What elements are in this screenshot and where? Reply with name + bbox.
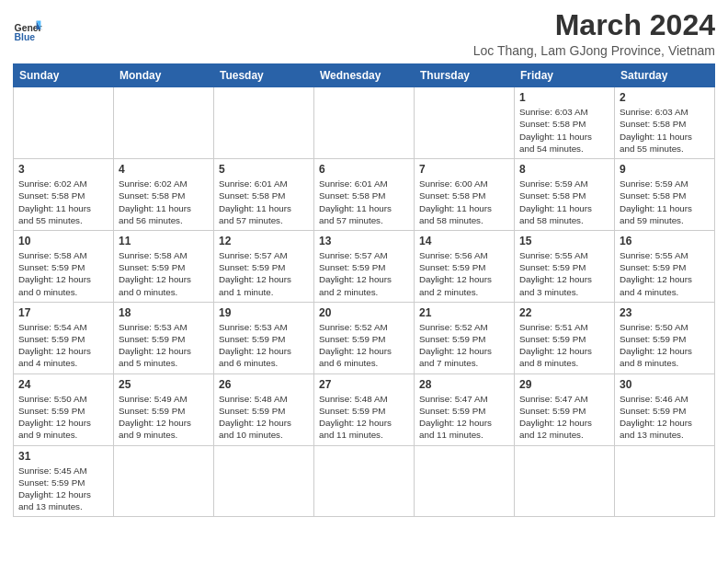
day-info: Sunrise: 5:59 AM Sunset: 5:58 PM Dayligh… — [620, 178, 710, 226]
calendar-cell: 15Sunrise: 5:55 AM Sunset: 5:59 PM Dayli… — [515, 230, 615, 302]
day-info: Sunrise: 6:03 AM Sunset: 5:58 PM Dayligh… — [519, 106, 609, 155]
day-info: Sunrise: 5:52 AM Sunset: 5:59 PM Dayligh… — [319, 321, 409, 370]
calendar-cell: 31Sunrise: 5:45 AM Sunset: 5:59 PM Dayli… — [14, 445, 114, 517]
calendar-page: General Blue March 2024 Loc Thang, Lam G… — [0, 0, 728, 530]
calendar-cell: 2Sunrise: 6:03 AM Sunset: 5:58 PM Daylig… — [615, 87, 715, 159]
calendar-cell: 19Sunrise: 5:53 AM Sunset: 5:59 PM Dayli… — [214, 302, 314, 373]
calendar-cell: 24Sunrise: 5:50 AM Sunset: 5:59 PM Dayli… — [14, 373, 114, 445]
day-number: 6 — [319, 163, 409, 176]
day-number: 11 — [119, 235, 209, 247]
day-info: Sunrise: 6:01 AM Sunset: 5:58 PM Dayligh… — [219, 178, 309, 226]
weekday-monday: Monday — [114, 64, 214, 87]
day-number: 23 — [620, 306, 710, 319]
calendar-cell — [314, 87, 415, 159]
day-info: Sunrise: 5:46 AM Sunset: 5:59 PM Dayligh… — [620, 393, 710, 442]
day-info: Sunrise: 5:56 AM Sunset: 5:59 PM Dayligh… — [419, 249, 509, 298]
day-info: Sunrise: 5:53 AM Sunset: 5:59 PM Dayligh… — [219, 321, 309, 370]
header: General Blue March 2024 Loc Thang, Lam G… — [13, 9, 715, 58]
calendar-cell: 5Sunrise: 6:01 AM Sunset: 5:58 PM Daylig… — [214, 159, 314, 231]
day-info: Sunrise: 5:50 AM Sunset: 5:59 PM Dayligh… — [620, 321, 710, 370]
day-info: Sunrise: 5:50 AM Sunset: 5:59 PM Dayligh… — [18, 393, 108, 442]
day-number: 2 — [620, 91, 710, 104]
day-info: Sunrise: 5:57 AM Sunset: 5:59 PM Dayligh… — [219, 249, 309, 298]
day-number: 31 — [18, 450, 108, 463]
calendar-cell — [415, 445, 515, 517]
day-number: 27 — [319, 378, 409, 391]
calendar-cell: 9Sunrise: 5:59 AM Sunset: 5:58 PM Daylig… — [615, 159, 715, 231]
calendar-cell: 29Sunrise: 5:47 AM Sunset: 5:59 PM Dayli… — [515, 373, 615, 445]
calendar-cell — [314, 445, 415, 517]
svg-text:Blue: Blue — [15, 32, 36, 42]
day-info: Sunrise: 5:45 AM Sunset: 5:59 PM Dayligh… — [18, 465, 108, 513]
day-number: 12 — [219, 235, 309, 247]
day-number: 18 — [119, 306, 209, 319]
calendar-cell: 30Sunrise: 5:46 AM Sunset: 5:59 PM Dayli… — [615, 373, 715, 445]
day-number: 20 — [319, 306, 409, 319]
calendar-cell: 26Sunrise: 5:48 AM Sunset: 5:59 PM Dayli… — [214, 373, 314, 445]
week-row-6: 31Sunrise: 5:45 AM Sunset: 5:59 PM Dayli… — [14, 445, 715, 517]
calendar-cell: 27Sunrise: 5:48 AM Sunset: 5:59 PM Dayli… — [314, 373, 415, 445]
day-info: Sunrise: 6:00 AM Sunset: 5:58 PM Dayligh… — [419, 178, 509, 226]
day-number: 17 — [18, 306, 108, 319]
day-number: 14 — [419, 235, 509, 247]
weekday-friday: Friday — [515, 64, 615, 87]
day-info: Sunrise: 6:03 AM Sunset: 5:58 PM Dayligh… — [620, 106, 710, 155]
calendar-cell: 12Sunrise: 5:57 AM Sunset: 5:59 PM Dayli… — [214, 230, 314, 302]
day-number: 7 — [419, 163, 509, 176]
day-number: 9 — [620, 163, 710, 176]
day-info: Sunrise: 6:02 AM Sunset: 5:58 PM Dayligh… — [119, 178, 209, 226]
calendar-cell: 3Sunrise: 6:02 AM Sunset: 5:58 PM Daylig… — [14, 159, 114, 231]
day-info: Sunrise: 5:48 AM Sunset: 5:59 PM Dayligh… — [319, 393, 409, 442]
calendar-cell — [214, 445, 314, 517]
calendar-cell — [415, 87, 515, 159]
day-info: Sunrise: 5:53 AM Sunset: 5:59 PM Dayligh… — [119, 321, 209, 370]
week-row-3: 10Sunrise: 5:58 AM Sunset: 5:59 PM Dayli… — [14, 230, 715, 302]
calendar-cell: 13Sunrise: 5:57 AM Sunset: 5:59 PM Dayli… — [314, 230, 415, 302]
weekday-wednesday: Wednesday — [314, 64, 415, 87]
calendar-cell — [114, 445, 214, 517]
day-number: 8 — [519, 163, 609, 176]
day-number: 1 — [519, 91, 609, 104]
day-info: Sunrise: 5:55 AM Sunset: 5:59 PM Dayligh… — [519, 249, 609, 298]
calendar-cell: 8Sunrise: 5:59 AM Sunset: 5:58 PM Daylig… — [515, 159, 615, 231]
day-number: 13 — [319, 235, 409, 247]
day-number: 26 — [219, 378, 309, 391]
weekday-tuesday: Tuesday — [214, 64, 314, 87]
day-number: 22 — [519, 306, 609, 319]
day-number: 16 — [620, 235, 710, 247]
day-number: 30 — [620, 378, 710, 391]
day-info: Sunrise: 5:59 AM Sunset: 5:58 PM Dayligh… — [519, 178, 609, 226]
day-number: 29 — [519, 378, 609, 391]
day-number: 4 — [119, 163, 209, 176]
day-number: 19 — [219, 306, 309, 319]
day-info: Sunrise: 5:47 AM Sunset: 5:59 PM Dayligh… — [519, 393, 609, 442]
day-number: 10 — [18, 235, 108, 247]
calendar-cell: 6Sunrise: 6:01 AM Sunset: 5:58 PM Daylig… — [314, 159, 415, 231]
logo-icon: General Blue — [13, 15, 42, 44]
calendar-cell: 22Sunrise: 5:51 AM Sunset: 5:59 PM Dayli… — [515, 302, 615, 373]
weekday-thursday: Thursday — [415, 64, 515, 87]
day-number: 28 — [419, 378, 509, 391]
calendar-cell — [214, 87, 314, 159]
day-info: Sunrise: 6:02 AM Sunset: 5:58 PM Dayligh… — [18, 178, 108, 226]
logo: General Blue — [13, 15, 42, 44]
calendar-cell: 10Sunrise: 5:58 AM Sunset: 5:59 PM Dayli… — [14, 230, 114, 302]
week-row-4: 17Sunrise: 5:54 AM Sunset: 5:59 PM Dayli… — [14, 302, 715, 373]
calendar-cell — [515, 445, 615, 517]
day-number: 5 — [219, 163, 309, 176]
calendar-cell: 17Sunrise: 5:54 AM Sunset: 5:59 PM Dayli… — [14, 302, 114, 373]
calendar-cell: 4Sunrise: 6:02 AM Sunset: 5:58 PM Daylig… — [114, 159, 214, 231]
calendar-cell — [114, 87, 214, 159]
calendar-cell: 28Sunrise: 5:47 AM Sunset: 5:59 PM Dayli… — [415, 373, 515, 445]
day-info: Sunrise: 5:51 AM Sunset: 5:59 PM Dayligh… — [519, 321, 609, 370]
calendar-cell — [615, 445, 715, 517]
day-info: Sunrise: 5:55 AM Sunset: 5:59 PM Dayligh… — [620, 249, 710, 298]
day-info: Sunrise: 5:49 AM Sunset: 5:59 PM Dayligh… — [119, 393, 209, 442]
calendar-cell — [14, 87, 114, 159]
day-info: Sunrise: 5:52 AM Sunset: 5:59 PM Dayligh… — [419, 321, 509, 370]
day-info: Sunrise: 6:01 AM Sunset: 5:58 PM Dayligh… — [319, 178, 409, 226]
title-area: March 2024 Loc Thang, Lam GJong Province… — [473, 9, 715, 58]
calendar-cell: 23Sunrise: 5:50 AM Sunset: 5:59 PM Dayli… — [615, 302, 715, 373]
calendar-cell: 18Sunrise: 5:53 AM Sunset: 5:59 PM Dayli… — [114, 302, 214, 373]
day-number: 15 — [519, 235, 609, 247]
